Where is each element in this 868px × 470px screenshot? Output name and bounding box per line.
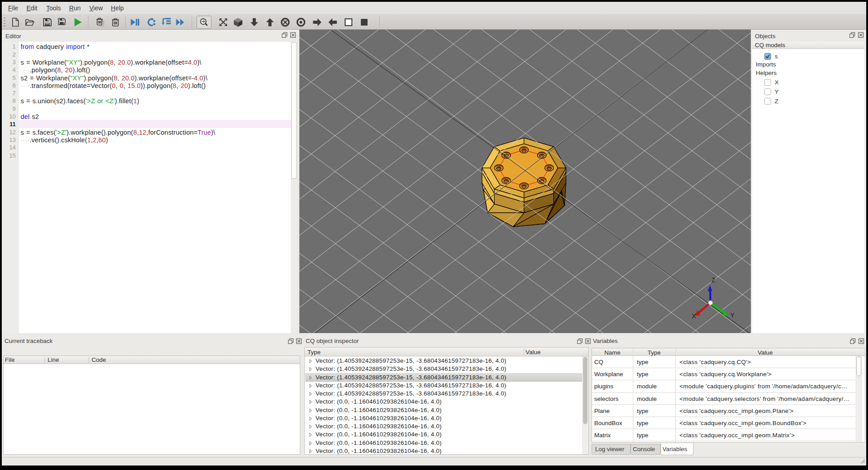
svg-text:Z: Z xyxy=(711,276,715,284)
svg-text:X: X xyxy=(692,312,696,320)
svg-text:Y: Y xyxy=(730,311,735,319)
